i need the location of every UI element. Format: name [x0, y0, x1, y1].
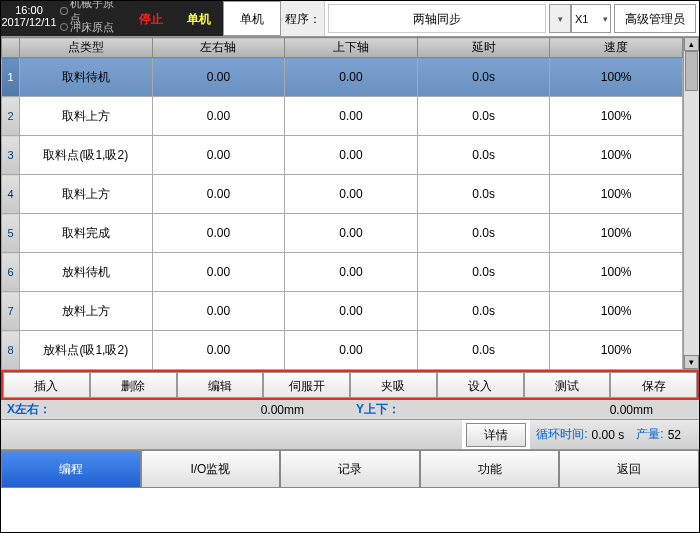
- cell-delay: 0.0s: [417, 253, 550, 292]
- speed-select[interactable]: X1▾: [571, 4, 611, 33]
- cell-lr: 0.00: [152, 136, 285, 175]
- clamp-button[interactable]: 夹吸: [350, 372, 437, 398]
- cell-lr: 0.00: [152, 331, 285, 370]
- cell-speed: 100%: [550, 331, 683, 370]
- y-axis-readout: Y上下： 0.00mm: [350, 400, 699, 419]
- origin-status: 机械手原点 冲床原点: [57, 1, 127, 36]
- scroll-down-arrow[interactable]: ▾: [684, 355, 699, 369]
- servo-button[interactable]: 伺服开: [263, 372, 350, 398]
- cell-lr: 0.00: [152, 214, 285, 253]
- table-row[interactable]: 1取料待机0.000.000.0s100%: [2, 58, 683, 97]
- cell-delay: 0.0s: [417, 214, 550, 253]
- cell-delay: 0.0s: [417, 97, 550, 136]
- table-row[interactable]: 3取料点(吸1,吸2)0.000.000.0s100%: [2, 136, 683, 175]
- test-button[interactable]: 测试: [524, 372, 611, 398]
- cell-speed: 100%: [550, 97, 683, 136]
- row-number: 8: [2, 331, 20, 370]
- chevron-down-icon: ▾: [558, 14, 563, 24]
- detail-button[interactable]: 详情: [466, 423, 526, 447]
- action-toolbar: 插入删除编辑伺服开夹吸设入测试保存: [1, 370, 699, 400]
- row-number: 5: [2, 214, 20, 253]
- cell-type: 放料上方: [20, 292, 153, 331]
- cycle-time-readout: 循环时间: 0.00 s 产量: 52: [530, 420, 699, 449]
- nav-log[interactable]: 记录: [280, 450, 420, 488]
- program-dropdown[interactable]: ▾: [549, 4, 571, 33]
- stat-spacer: [1, 420, 462, 449]
- cell-ud: 0.00: [285, 175, 418, 214]
- row-number: 2: [2, 97, 20, 136]
- cell-lr: 0.00: [152, 175, 285, 214]
- cell-speed: 100%: [550, 253, 683, 292]
- table-row[interactable]: 7放料上方0.000.000.0s100%: [2, 292, 683, 331]
- cell-speed: 100%: [550, 136, 683, 175]
- cell-type: 放料点(吸1,吸2): [20, 331, 153, 370]
- row-number: 1: [2, 58, 20, 97]
- column-header: 左右轴: [152, 38, 285, 58]
- program-select[interactable]: 两轴同步: [328, 4, 546, 33]
- nav-program[interactable]: 编程: [1, 450, 141, 488]
- scroll-up-arrow[interactable]: ▴: [684, 37, 699, 51]
- row-number: 6: [2, 253, 20, 292]
- single-mode-indicator[interactable]: 单机: [175, 1, 223, 36]
- column-header: 上下轴: [285, 38, 418, 58]
- row-number: 7: [2, 292, 20, 331]
- cell-lr: 0.00: [152, 253, 285, 292]
- cell-delay: 0.0s: [417, 136, 550, 175]
- datetime: 16:00 2017/12/11: [1, 1, 57, 36]
- cell-speed: 100%: [550, 58, 683, 97]
- stop-button[interactable]: 停止: [127, 1, 175, 36]
- cell-type: 取料上方: [20, 175, 153, 214]
- table-row[interactable]: 8放料点(吸1,吸2)0.000.000.0s100%: [2, 331, 683, 370]
- press-origin-indicator: [60, 23, 68, 31]
- table-row[interactable]: 2取料上方0.000.000.0s100%: [2, 97, 683, 136]
- cell-ud: 0.00: [285, 253, 418, 292]
- vertical-scrollbar[interactable]: ▴ ▾: [683, 37, 699, 369]
- insert-button[interactable]: 插入: [3, 372, 90, 398]
- column-header: 点类型: [20, 38, 153, 58]
- cell-type: 取料待机: [20, 58, 153, 97]
- setin-button[interactable]: 设入: [437, 372, 524, 398]
- cell-type: 取料点(吸1,吸2): [20, 136, 153, 175]
- row-number: 3: [2, 136, 20, 175]
- chevron-down-icon: ▾: [603, 5, 608, 33]
- column-header: 速度: [550, 38, 683, 58]
- scroll-thumb[interactable]: [685, 51, 698, 91]
- x-axis-readout: X左右： 0.00mm: [1, 400, 350, 419]
- cell-delay: 0.0s: [417, 58, 550, 97]
- nav-function[interactable]: 功能: [420, 450, 560, 488]
- cell-ud: 0.00: [285, 292, 418, 331]
- cell-delay: 0.0s: [417, 331, 550, 370]
- cell-type: 取料完成: [20, 214, 153, 253]
- nav-io-monitor[interactable]: I/O监视: [141, 450, 281, 488]
- table-row[interactable]: 6放料待机0.000.000.0s100%: [2, 253, 683, 292]
- cell-ud: 0.00: [285, 58, 418, 97]
- edit-button[interactable]: 编辑: [177, 372, 264, 398]
- single-mode-button[interactable]: 单机: [223, 1, 281, 36]
- delete-button[interactable]: 删除: [90, 372, 177, 398]
- table-row[interactable]: 5取料完成0.000.000.0s100%: [2, 214, 683, 253]
- row-number: 4: [2, 175, 20, 214]
- cell-lr: 0.00: [152, 58, 285, 97]
- cell-delay: 0.0s: [417, 175, 550, 214]
- cell-lr: 0.00: [152, 292, 285, 331]
- cell-speed: 100%: [550, 214, 683, 253]
- column-header: 延时: [417, 38, 550, 58]
- cell-ud: 0.00: [285, 331, 418, 370]
- program-label: 程序：: [281, 1, 325, 36]
- cell-type: 放料待机: [20, 253, 153, 292]
- cell-type: 取料上方: [20, 97, 153, 136]
- bottom-nav: 编程I/O监视记录功能返回: [1, 450, 699, 488]
- cell-ud: 0.00: [285, 97, 418, 136]
- cell-lr: 0.00: [152, 97, 285, 136]
- cell-delay: 0.0s: [417, 292, 550, 331]
- admin-button[interactable]: 高级管理员: [614, 4, 696, 33]
- save-button[interactable]: 保存: [610, 372, 697, 398]
- cell-ud: 0.00: [285, 214, 418, 253]
- robot-origin-indicator: [60, 7, 68, 15]
- points-table: 点类型左右轴上下轴延时速度 1取料待机0.000.000.0s100%2取料上方…: [1, 37, 683, 370]
- cell-ud: 0.00: [285, 136, 418, 175]
- nav-back[interactable]: 返回: [559, 450, 699, 488]
- cell-speed: 100%: [550, 292, 683, 331]
- table-row[interactable]: 4取料上方0.000.000.0s100%: [2, 175, 683, 214]
- cell-speed: 100%: [550, 175, 683, 214]
